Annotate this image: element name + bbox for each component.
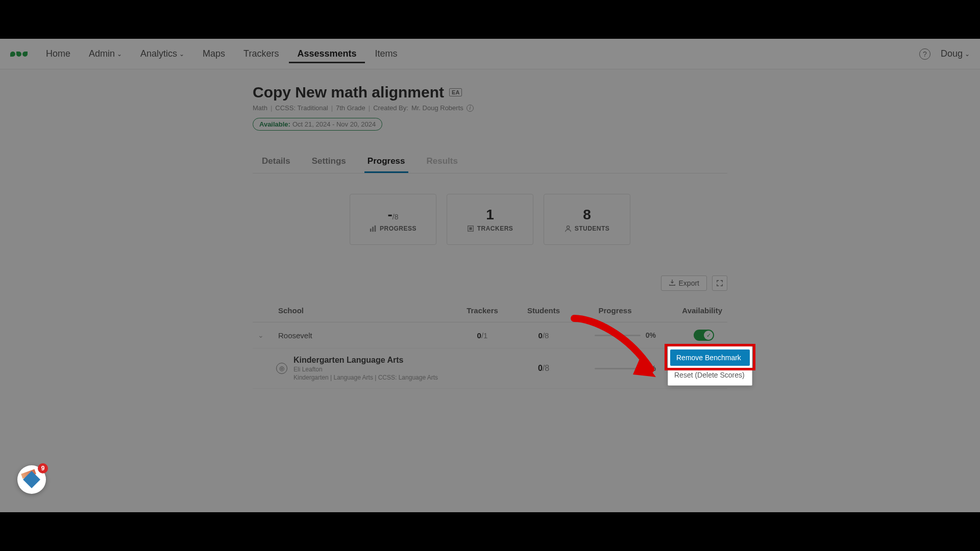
stat-trackers-label: TRACKERS	[477, 225, 513, 232]
th-availability: Availability	[656, 306, 722, 315]
svg-rect-0	[370, 229, 372, 232]
check-icon: ✓	[704, 331, 713, 340]
tab-settings[interactable]: Settings	[309, 151, 349, 173]
page-title-text: Copy New math alignment	[253, 84, 444, 101]
svg-point-5	[567, 226, 569, 229]
table-row: ⌄ Roosevelt 0/1 0/8 0% ✓	[253, 322, 727, 348]
nav-analytics-label: Analytics	[140, 48, 177, 59]
th-students: Students	[513, 306, 574, 315]
nav-assessments[interactable]: Assessments	[289, 44, 364, 63]
stats-row: -/8 PROGRESS 1 TRACKERS	[253, 194, 727, 245]
user-name: Doug	[941, 48, 963, 59]
crumb-subject: Math	[253, 104, 267, 112]
th-school: School	[278, 306, 452, 315]
user-menu[interactable]: Doug ⌄	[941, 48, 970, 59]
stat-progress-denom: /8	[393, 213, 399, 221]
breadcrumb: Math | CCSS: Traditional | 7th Grade | C…	[253, 104, 727, 112]
stat-progress-label: PROGRESS	[380, 225, 416, 232]
remove-benchmark-item[interactable]: Remove Benchmark	[670, 349, 750, 366]
app-logo[interactable]	[10, 52, 28, 57]
notification-count: 9	[38, 463, 48, 473]
row-trackers-num: 0	[477, 331, 481, 340]
sub-pct: 0%	[646, 364, 656, 372]
th-trackers: Trackers	[452, 306, 513, 315]
notification-widget[interactable]: 9	[17, 465, 46, 494]
svg-rect-1	[372, 227, 374, 232]
page-title: Copy New math alignment EA	[253, 84, 727, 101]
progress-table: School Trackers Students Progress Availa…	[253, 299, 727, 389]
nav-trackers[interactable]: Trackers	[235, 44, 287, 63]
avail-dates: Oct 21, 2024 - Nov 20, 2024	[292, 120, 376, 128]
row-trackers-den: /1	[481, 331, 488, 340]
export-icon	[669, 279, 676, 288]
stat-progress-value: -	[387, 207, 392, 222]
reset-delete-scores-item[interactable]: Reset (Delete Scores)	[668, 367, 752, 383]
topbar: Home Admin ⌄ Analytics ⌄ Maps Trackers A…	[0, 39, 980, 69]
export-button[interactable]: Export	[661, 276, 707, 291]
info-icon[interactable]: i	[467, 105, 474, 112]
stat-trackers-value: 1	[486, 207, 494, 223]
export-label: Export	[679, 279, 699, 287]
crumb-standard: CCSS: Traditional	[275, 104, 328, 112]
avail-label: Available:	[259, 120, 290, 128]
progress-bar	[595, 368, 641, 369]
stat-progress: -/8 PROGRESS	[350, 194, 436, 245]
availability-toggle[interactable]: ✓	[694, 330, 714, 341]
nav-admin[interactable]: Admin ⌄	[81, 44, 130, 63]
nav-maps[interactable]: Maps	[194, 44, 233, 63]
expand-icon	[716, 280, 723, 287]
crumb-grade: 7th Grade	[336, 104, 365, 112]
toolbar: Export	[253, 276, 727, 291]
tab-details[interactable]: Details	[259, 151, 293, 173]
tab-results: Results	[424, 151, 461, 173]
nav-items[interactable]: Items	[367, 44, 406, 63]
tracker-row: ◎ Kindergarten Language Arts Eli Leafton…	[253, 348, 727, 389]
tabs: Details Settings Progress Results	[253, 151, 727, 173]
crumb-created-by: Mr. Doug Roberts	[411, 104, 463, 112]
fullscreen-button[interactable]	[712, 276, 727, 291]
tracker-title: Kindergarten Language Arts	[293, 356, 452, 365]
expand-toggle[interactable]: ⌄	[258, 331, 278, 339]
row-students-den: /8	[543, 331, 549, 340]
availability-pill: Available: Oct 21, 2024 - Nov 20, 2024	[253, 118, 382, 131]
stat-students-label: STUDENTS	[575, 225, 610, 232]
chevron-down-icon: ⌄	[179, 51, 184, 58]
students-icon	[565, 225, 572, 232]
nav-admin-label: Admin	[89, 48, 115, 59]
tracker-icon: ◎	[276, 363, 287, 374]
crumb-created-label: Created By:	[373, 104, 408, 112]
nav-home[interactable]: Home	[38, 44, 79, 63]
tracker-meta: Kindergarten | Language Arts | CCSS: Lan…	[293, 374, 452, 381]
row-actions-dropdown: Remove Benchmark Reset (Delete Scores)	[668, 346, 752, 386]
stat-students: 8 STUDENTS	[544, 194, 630, 245]
stat-trackers: 1 TRACKERS	[447, 194, 533, 245]
stat-students-value: 8	[583, 207, 591, 223]
progress-bar	[595, 335, 641, 336]
svg-rect-4	[469, 227, 472, 230]
help-icon[interactable]: ?	[919, 48, 930, 60]
tracker-teacher: Eli Leafton	[293, 366, 452, 373]
sub-students-num: 0	[538, 364, 543, 372]
chevron-down-icon: ⌄	[117, 51, 122, 58]
trackers-icon	[467, 225, 474, 232]
tab-progress[interactable]: Progress	[364, 151, 408, 173]
row-pct: 0%	[646, 331, 656, 339]
nav-analytics[interactable]: Analytics ⌄	[132, 44, 192, 63]
th-progress: Progress	[574, 306, 656, 315]
school-name: Roosevelt	[278, 331, 452, 340]
chevron-down-icon: ⌄	[965, 51, 970, 58]
ea-badge: EA	[449, 88, 462, 96]
progress-icon	[370, 225, 377, 232]
svg-rect-2	[375, 226, 376, 232]
sub-students-den: /8	[543, 364, 549, 372]
row-students-num: 0	[538, 331, 543, 340]
